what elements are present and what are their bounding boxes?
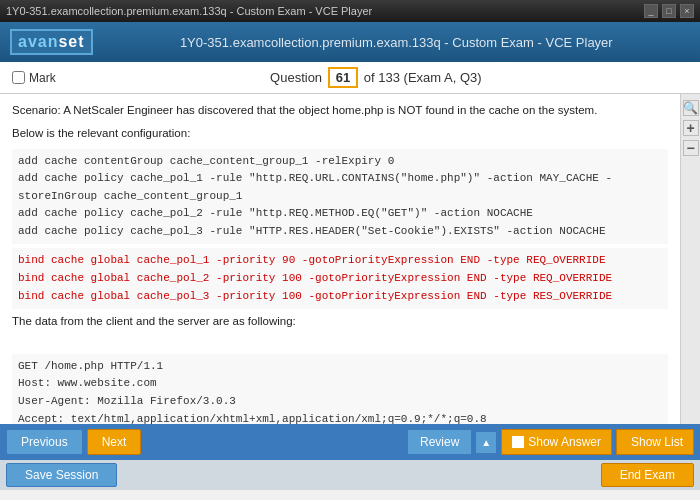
mark-checkbox[interactable] xyxy=(12,71,25,84)
show-answer-label: Show Answer xyxy=(528,435,601,449)
title-bar-controls: _ □ × xyxy=(644,4,694,18)
question-number: Question 61 of 133 (Exam A, Q3) xyxy=(64,67,688,88)
scroll-tools: 🔍 + − xyxy=(680,94,700,424)
next-button[interactable]: Next xyxy=(87,429,142,455)
data-label: The data from the client and the server … xyxy=(12,313,668,330)
nav-bar: Previous Next Review ▲ Show Answer Show … xyxy=(0,424,700,460)
exam-title: 1Y0-351.examcollection.premium.exam.133q… xyxy=(103,35,690,50)
mark-label: Mark xyxy=(29,71,56,85)
title-bar: 1Y0-351.examcollection.premium.exam.133q… xyxy=(0,0,700,22)
config-line-4: add cache policy cache_pol_3 -rule "HTTP… xyxy=(18,223,662,241)
zoom-in-icon[interactable]: + xyxy=(683,120,699,136)
previous-button[interactable]: Previous xyxy=(6,429,83,455)
minimize-button[interactable]: _ xyxy=(644,4,658,18)
config-line-1: add cache contentGroup cache_content_gro… xyxy=(18,153,662,171)
maximize-button[interactable]: □ xyxy=(662,4,676,18)
question-total: of 133 (Exam A, Q3) xyxy=(364,70,482,85)
show-list-button[interactable]: Show List xyxy=(616,429,694,455)
bind-block: bind cache global cache_pol_1 -priority … xyxy=(12,248,668,309)
config-line-2: add cache policy cache_pol_1 -rule "http… xyxy=(18,170,662,205)
request-block: GET /home.php HTTP/1.1 Host: www.website… xyxy=(12,354,668,424)
review-button[interactable]: Review xyxy=(407,429,472,455)
req-line-1: GET /home.php HTTP/1.1 xyxy=(18,358,662,376)
app-logo: avanset xyxy=(10,29,93,55)
review-label: Review xyxy=(420,435,459,449)
content-area[interactable]: Scenario: A NetScaler Engineer has disco… xyxy=(0,94,700,424)
show-answer-checkbox-icon xyxy=(512,436,524,448)
search-icon[interactable]: 🔍 xyxy=(683,100,699,116)
req-line-3: User-Agent: Mozilla Firefox/3.0.3 xyxy=(18,393,662,411)
config-block: add cache contentGroup cache_content_gro… xyxy=(12,149,668,245)
question-header: Mark Question 61 of 133 (Exam A, Q3) xyxy=(0,62,700,94)
config-line-3: add cache policy cache_pol_2 -rule "http… xyxy=(18,205,662,223)
close-button[interactable]: × xyxy=(680,4,694,18)
question-label: Question xyxy=(270,70,322,85)
header-bar: avanset 1Y0-351.examcollection.premium.e… xyxy=(0,22,700,62)
logo-suffix: set xyxy=(58,33,84,50)
end-exam-button[interactable]: End Exam xyxy=(601,463,694,487)
bind-line-1: bind cache global cache_pol_1 -priority … xyxy=(18,252,662,270)
req-line-4: Accept: text/html,application/xhtml+xml,… xyxy=(18,411,662,424)
bind-line-2: bind cache global cache_pol_2 -priority … xyxy=(18,270,662,288)
show-answer-button[interactable]: Show Answer xyxy=(501,429,612,455)
bind-line-3: bind cache global cache_pol_3 -priority … xyxy=(18,288,662,306)
scenario-text: Scenario: A NetScaler Engineer has disco… xyxy=(12,102,668,119)
zoom-out-icon[interactable]: − xyxy=(683,140,699,156)
title-bar-text: 1Y0-351.examcollection.premium.exam.133q… xyxy=(6,5,372,17)
req-line-2: Host: www.website.com xyxy=(18,375,662,393)
content-wrapper: Scenario: A NetScaler Engineer has disco… xyxy=(0,94,700,424)
save-session-button[interactable]: Save Session xyxy=(6,463,117,487)
logo-prefix: avan xyxy=(18,33,58,50)
mark-section: Mark xyxy=(12,71,56,85)
show-list-label: Show List xyxy=(631,435,683,449)
config-label: Below is the relevant configuration: xyxy=(12,125,668,142)
review-dropdown-button[interactable]: ▲ xyxy=(476,431,497,454)
action-bar: Save Session End Exam xyxy=(0,460,700,490)
question-number-badge: 61 xyxy=(328,67,358,88)
